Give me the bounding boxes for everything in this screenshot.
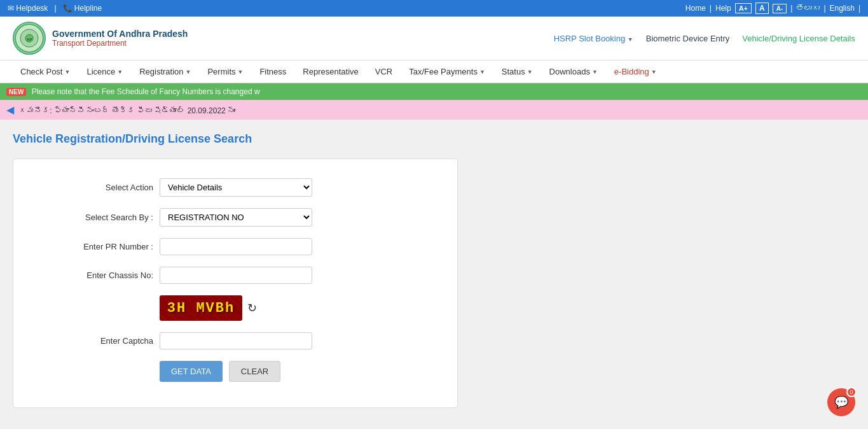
nav-taxfee[interactable]: Tax/Fee Payments▼ bbox=[401, 60, 493, 83]
captcha-area: 3H MVBh ↻ bbox=[160, 295, 432, 321]
top-bar-left: ✉ Helpdesk | 📞 Helpline bbox=[8, 4, 102, 13]
chassis-no-input[interactable] bbox=[160, 267, 312, 284]
nav-vcr[interactable]: VCR bbox=[368, 60, 400, 83]
clear-button[interactable]: CLEAR bbox=[229, 361, 280, 382]
telugu-link[interactable]: తెలుగు bbox=[796, 4, 820, 13]
help-link[interactable]: Help bbox=[715, 4, 731, 13]
select-search-row: Select Search By : REGISTRATION NO CHASS… bbox=[39, 208, 432, 227]
form-buttons: GET DATA CLEAR bbox=[160, 361, 432, 382]
select-action-label: Select Action bbox=[39, 183, 153, 192]
refresh-captcha-button[interactable]: ↻ bbox=[247, 301, 257, 315]
header-nav: HSRP Slot Booking ▼ Biometric Device Ent… bbox=[554, 34, 855, 43]
arrow-icon: ◀ bbox=[6, 104, 14, 115]
captcha-image: 3H MVBh bbox=[160, 295, 242, 321]
chat-icon: 💬 bbox=[834, 395, 848, 409]
top-bar-right: Home | Help A+ A A- | తెలుగు | English | bbox=[685, 3, 860, 14]
ebidding-chevron-icon: ▼ bbox=[651, 69, 657, 75]
captcha-input-row: Enter Captcha bbox=[39, 332, 432, 349]
vehicle-license-link[interactable]: Vehicle/Driving License Details bbox=[742, 34, 855, 43]
home-link[interactable]: Home bbox=[685, 4, 706, 13]
chassis-no-row: Enter Chassis No: bbox=[39, 267, 432, 284]
svg-text:AP: AP bbox=[27, 38, 32, 41]
main-nav: Check Post▼ Licence▼ Registration▼ Permi… bbox=[0, 60, 868, 83]
nav-representative[interactable]: Representative bbox=[295, 60, 366, 83]
org-logo: AP bbox=[13, 22, 46, 55]
logo-area: AP Government Of Andhra Pradesh Transpor… bbox=[13, 22, 188, 55]
select-search-label: Select Search By : bbox=[39, 213, 153, 222]
top-bar: ✉ Helpdesk | 📞 Helpline Home | Help A+ A… bbox=[0, 0, 868, 17]
nav-permits[interactable]: Permits▼ bbox=[200, 60, 251, 83]
nav-status[interactable]: Status▼ bbox=[494, 60, 541, 83]
registration-chevron-icon: ▼ bbox=[186, 69, 191, 75]
select-action-dropdown[interactable]: Vehicle Details Driving License Details … bbox=[160, 178, 312, 197]
nav-licence[interactable]: Licence▼ bbox=[79, 60, 130, 83]
english-link[interactable]: English bbox=[830, 4, 855, 13]
licence-chevron-icon: ▼ bbox=[117, 69, 123, 75]
pr-number-row: Enter PR Number : bbox=[39, 238, 432, 255]
nav-downloads[interactable]: Downloads▼ bbox=[542, 60, 605, 83]
header: AP Government Of Andhra Pradesh Transpor… bbox=[0, 17, 868, 60]
chat-badge: 0 bbox=[846, 387, 857, 397]
captcha-input[interactable] bbox=[160, 332, 312, 349]
pr-number-input[interactable] bbox=[160, 238, 312, 255]
chassis-no-label: Enter Chassis No: bbox=[39, 271, 153, 280]
biometric-link[interactable]: Biometric Device Entry bbox=[646, 34, 729, 43]
checkpost-chevron-icon: ▼ bbox=[64, 69, 70, 75]
content-area: Vehicle Registration/Driving License Sea… bbox=[0, 120, 868, 421]
select-action-row: Select Action Vehicle Details Driving Li… bbox=[39, 178, 432, 197]
font-large-btn[interactable]: A+ bbox=[735, 3, 752, 13]
banner-pink: ◀ గమనిక: ఫ్యాన్సీ నంబర్ యొక్క ఫీజు షెడ్య… bbox=[0, 100, 868, 120]
downloads-chevron-icon: ▼ bbox=[592, 69, 598, 75]
pr-number-label: Enter PR Number : bbox=[39, 242, 153, 251]
page-title: Vehicle Registration/Driving License Sea… bbox=[13, 132, 855, 146]
font-normal-btn[interactable]: A bbox=[755, 3, 769, 14]
helpdesk-link[interactable]: ✉ Helpdesk bbox=[8, 4, 48, 13]
font-small-btn[interactable]: A- bbox=[773, 4, 787, 13]
select-search-dropdown[interactable]: REGISTRATION NO CHASSIS NO ENGINE NO bbox=[160, 208, 312, 227]
new-badge: NEW bbox=[6, 88, 26, 96]
nav-registration[interactable]: Registration▼ bbox=[132, 60, 198, 83]
nav-checkpost[interactable]: Check Post▼ bbox=[13, 60, 78, 83]
org-text: Government Of Andhra Pradesh Transport D… bbox=[52, 29, 188, 48]
banner-green: NEW Please note that the Fee Schedule of… bbox=[0, 83, 868, 100]
nav-fitness[interactable]: Fitness bbox=[252, 60, 294, 83]
nav-ebidding[interactable]: e-Bidding▼ bbox=[607, 60, 665, 83]
search-form-card: Select Action Vehicle Details Driving Li… bbox=[13, 158, 458, 408]
hsrp-slot-link[interactable]: HSRP Slot Booking ▼ bbox=[554, 34, 633, 43]
hsrp-chevron-icon: ▼ bbox=[628, 36, 633, 43]
helpline-link[interactable]: 📞 Helpline bbox=[63, 4, 102, 13]
get-data-button[interactable]: GET DATA bbox=[160, 361, 223, 382]
taxfee-chevron-icon: ▼ bbox=[479, 69, 485, 75]
status-chevron-icon: ▼ bbox=[527, 69, 533, 75]
permits-chevron-icon: ▼ bbox=[238, 69, 244, 75]
captcha-label: Enter Captcha bbox=[39, 336, 153, 346]
chat-button[interactable]: 💬 0 bbox=[827, 388, 855, 416]
